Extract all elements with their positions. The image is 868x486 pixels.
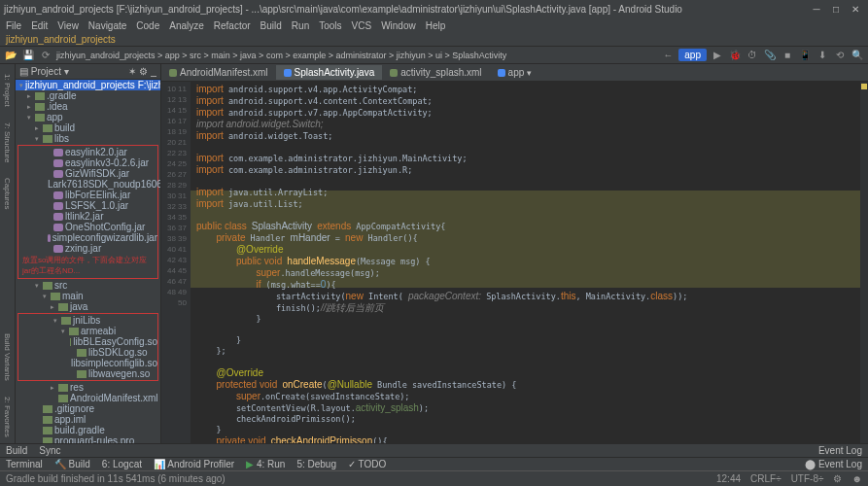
window-controls: ─ □ ✕ bbox=[808, 3, 864, 15]
tree-item[interactable]: GizWifiSDK.jar bbox=[18, 168, 157, 179]
tree-item[interactable]: Lark7618SDK_noudp1606031910_0101.j bbox=[18, 179, 157, 190]
avd-icon[interactable]: 📱 bbox=[798, 49, 812, 62]
tab-favorites[interactable]: 2: Favorites bbox=[2, 391, 13, 443]
menu-code[interactable]: Code bbox=[136, 20, 159, 31]
tw-debug[interactable]: 5: Debug bbox=[296, 459, 336, 469]
status-face-icon[interactable]: ☻ bbox=[851, 473, 862, 484]
tree-item[interactable]: LSFSK_1.0.jar bbox=[18, 200, 157, 211]
tool-windows: Terminal 🔨 Build 6: Logcat 📊 Android Pro… bbox=[0, 457, 868, 470]
stop-icon[interactable]: ■ bbox=[781, 49, 794, 62]
tw-build[interactable]: 🔨 Build bbox=[54, 459, 90, 469]
tree-item[interactable]: ▸res bbox=[16, 382, 160, 393]
profile-icon[interactable]: ⏱ bbox=[746, 49, 759, 62]
tw-profiler[interactable]: 📊 Android Profiler bbox=[154, 459, 234, 469]
menu-run[interactable]: Run bbox=[292, 20, 309, 31]
rstrip bbox=[860, 82, 868, 443]
minimize-icon[interactable]: ─ bbox=[808, 3, 825, 15]
save-icon[interactable]: 💾 bbox=[21, 49, 35, 62]
search-icon[interactable]: 🔍 bbox=[851, 49, 864, 62]
annotation-box-1: easylink2.0.jareasylinkv3-0.2.6.jarGizWi… bbox=[17, 145, 158, 279]
tab-structure[interactable]: 7: Structure bbox=[2, 117, 13, 168]
tree-item[interactable]: build.gradle bbox=[16, 425, 160, 435]
tree-item[interactable]: libBLEasyConfig.so bbox=[18, 336, 157, 347]
status-gear-icon[interactable]: ⚙ bbox=[833, 473, 842, 484]
tree-item[interactable]: AndroidManifest.xml bbox=[16, 393, 160, 403]
tree-item[interactable]: ltlink2.jar bbox=[18, 211, 157, 222]
status-lineend[interactable]: CRLF÷ bbox=[750, 473, 781, 484]
tw-eventlog[interactable]: ⬤ Event Log bbox=[805, 459, 862, 469]
tab-splashactivity[interactable]: SplashActivity.java bbox=[276, 65, 383, 80]
refresh-icon[interactable]: ⟳ bbox=[39, 49, 52, 62]
tree-header: ▤ Project ▾ ✶ ⚙ ⎯ bbox=[16, 64, 160, 80]
sdk-icon[interactable]: ⬇ bbox=[816, 49, 829, 62]
menu-file[interactable]: File bbox=[6, 20, 21, 31]
tab-project[interactable]: 1: Project bbox=[2, 68, 13, 113]
tree-settings-icon[interactable]: ✶ ⚙ ⎯ bbox=[128, 66, 156, 77]
tree-item[interactable]: simpleconfigwizardlib.jar bbox=[18, 232, 157, 243]
tab-activity-splash[interactable]: activity_splash.xml bbox=[382, 65, 489, 80]
tw-todo[interactable]: ✓ TODO bbox=[348, 459, 386, 469]
tree-item[interactable]: libwavegen.so bbox=[18, 368, 157, 379]
tw-logcat[interactable]: 6: Logcat bbox=[102, 459, 142, 469]
menu-analyze[interactable]: Analyze bbox=[169, 20, 204, 31]
menu-vcs[interactable]: VCS bbox=[352, 20, 372, 31]
tree-item[interactable]: ▸build bbox=[16, 122, 160, 133]
left-toolstrip: 1: Project 7: Structure Captures Build V… bbox=[0, 64, 16, 443]
menu-help[interactable]: Help bbox=[426, 20, 446, 31]
tree-item[interactable]: ▾jniLibs bbox=[18, 315, 157, 326]
bottom-panel-tabs: Build Sync Event Log bbox=[0, 443, 868, 457]
tree-item[interactable]: ▾src bbox=[16, 280, 160, 291]
tree-item[interactable]: libsimpleconfiglib.so bbox=[18, 358, 157, 368]
menu-build[interactable]: Build bbox=[260, 20, 282, 31]
status-pos[interactable]: 12:44 bbox=[716, 473, 741, 484]
panel-eventlog[interactable]: Event Log bbox=[818, 445, 862, 456]
menu-view[interactable]: View bbox=[57, 20, 79, 31]
tree-root[interactable]: ▾jizhiyun_android_projects F:\jizhiyun_a… bbox=[16, 80, 160, 90]
open-icon[interactable]: 📂 bbox=[4, 49, 17, 62]
sync-icon[interactable]: ⟲ bbox=[833, 49, 847, 62]
tree-item[interactable]: .gitignore bbox=[16, 403, 160, 414]
panel-sync[interactable]: Sync bbox=[39, 445, 60, 456]
project-name[interactable]: jizhiyun_android_projects bbox=[6, 34, 116, 45]
menu-tools[interactable]: Tools bbox=[319, 20, 341, 31]
tw-run[interactable]: ▶ 4: Run bbox=[246, 459, 285, 469]
back-icon[interactable]: ← bbox=[661, 49, 675, 62]
panel-build[interactable]: Build bbox=[6, 445, 27, 456]
tree-item[interactable]: app.iml bbox=[16, 414, 160, 425]
tree-item[interactable]: ▸java bbox=[16, 301, 160, 312]
breadcrumb[interactable]: jizhiyun_android_projects > app > src > … bbox=[56, 51, 506, 60]
menu-navigate[interactable]: Navigate bbox=[88, 20, 126, 31]
editor[interactable]: 10 11 12 13 14 15 16 17 18 19 20 21 22 2… bbox=[161, 82, 868, 443]
maximize-icon[interactable]: □ bbox=[827, 3, 845, 15]
tree-item[interactable]: easylinkv3-0.2.6.jar bbox=[18, 157, 157, 168]
tab-captures[interactable]: Captures bbox=[2, 172, 13, 215]
tree-item[interactable]: ▾libs bbox=[16, 133, 160, 144]
tree-item[interactable]: easylink2.0.jar bbox=[18, 147, 157, 157]
menu-window[interactable]: Window bbox=[381, 20, 416, 31]
tree-item[interactable]: OneShotConfig.jar bbox=[18, 222, 157, 232]
tab-manifest[interactable]: AndroidManifest.xml bbox=[161, 65, 276, 80]
menu-edit[interactable]: Edit bbox=[31, 20, 48, 31]
status-encoding[interactable]: UTF-8÷ bbox=[791, 473, 824, 484]
tab-build-variants[interactable]: Build Variants bbox=[2, 328, 13, 387]
tree-item[interactable]: proguard-rules.pro bbox=[16, 435, 160, 443]
status-message: Gradle build finished in 11s 541ms (6 mi… bbox=[6, 473, 226, 484]
tree-item[interactable]: ▸.idea bbox=[16, 101, 160, 112]
tree-item[interactable]: ▾app bbox=[16, 112, 160, 122]
tw-terminal[interactable]: Terminal bbox=[6, 459, 43, 469]
tree-item[interactable]: ▾main bbox=[16, 291, 160, 301]
menu-refactor[interactable]: Refactor bbox=[214, 20, 251, 31]
debug-icon[interactable]: 🐞 bbox=[728, 49, 742, 62]
run-icon[interactable]: ▶ bbox=[711, 49, 724, 62]
tab-app[interactable]: app▾ bbox=[490, 65, 540, 80]
tree-item[interactable]: libSDKLog.so bbox=[18, 347, 157, 358]
attach-icon[interactable]: 📎 bbox=[763, 49, 777, 62]
tree-item[interactable]: libForEElink.jar bbox=[18, 190, 157, 200]
run-config-select[interactable]: app bbox=[678, 49, 707, 61]
close-icon[interactable]: ✕ bbox=[847, 3, 864, 15]
tree-item[interactable]: ▾armeabi bbox=[18, 326, 157, 336]
tree-item[interactable]: ▸.gradle bbox=[16, 90, 160, 101]
code-area[interactable]: import android.support.v4.app.ActivityCo… bbox=[191, 82, 860, 443]
gutter: 10 11 12 13 14 15 16 17 18 19 20 21 22 2… bbox=[161, 82, 191, 443]
tree-item[interactable]: zxing.jar bbox=[18, 243, 157, 254]
